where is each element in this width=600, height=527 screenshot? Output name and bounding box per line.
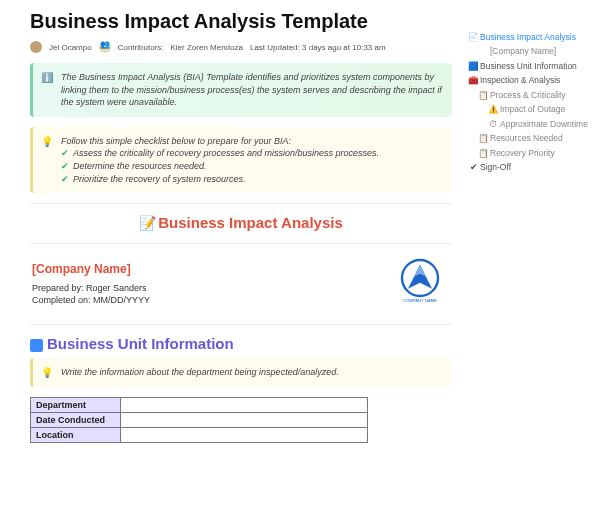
outline-icon: 🧰: [468, 73, 479, 87]
outline-icon: 🟦: [468, 59, 479, 73]
bui-callout: 💡 Write the information about the depart…: [30, 358, 452, 387]
meta-row: Jel Ocampo Contributors: Kier Zoren Mend…: [30, 41, 452, 53]
outline-icon: ⏱: [488, 117, 499, 131]
lightbulb-icon: 💡: [41, 135, 53, 149]
section-bia-text: Business Impact Analysis: [158, 214, 343, 231]
row-value[interactable]: [121, 412, 368, 427]
document-body: Business Impact Analysis Template Jel Oc…: [0, 0, 460, 443]
outline-item[interactable]: ⚠️Impact of Outage: [468, 102, 596, 116]
company-block: [Company Name] Prepared by: Roger Sander…: [32, 254, 450, 314]
department-table: Department Date Conducted Location: [30, 397, 368, 443]
outline-label: Resources Needed: [490, 133, 563, 143]
row-value[interactable]: [121, 427, 368, 442]
completed-on: Completed on: MM/DD/YYYY: [32, 294, 150, 307]
checklist-text: Prioritize the recovery of system resour…: [73, 174, 246, 184]
table-row: Location: [31, 427, 368, 442]
bui-callout-text: Write the information about the departme…: [61, 367, 339, 377]
outline-item[interactable]: 🟦Business Unit Information: [468, 59, 596, 73]
row-header: Department: [31, 397, 121, 412]
outline-item[interactable]: ✔Sign-Off: [468, 160, 596, 174]
checklist-callout: 💡 Follow this simple checklist below to …: [30, 127, 452, 193]
outline-icon: 📋: [478, 131, 489, 145]
row-header: Location: [31, 427, 121, 442]
section-bui-text: Business Unit Information: [47, 335, 234, 352]
company-logo: COMPANY NAME: [390, 254, 450, 314]
contributors-label: Contributors:: [118, 43, 164, 52]
check-icon: ✔: [61, 160, 73, 173]
checklist-text: Determine the resources needed.: [73, 161, 207, 171]
svg-text:COMPANY NAME: COMPANY NAME: [403, 298, 437, 303]
outline-label: Approximate Downtime: [500, 119, 588, 129]
contributor-name: Kier Zoren Mendoza: [170, 43, 242, 52]
outline-item[interactable]: ⏱Approximate Downtime: [468, 117, 596, 131]
outline-item[interactable]: 📋Resources Needed: [468, 131, 596, 145]
table-row: Department: [31, 397, 368, 412]
intro-text: The Business Impact Analysis (BIA) Templ…: [61, 72, 442, 107]
check-icon: ✔: [61, 173, 73, 186]
outline-label: Impact of Outage: [500, 104, 565, 114]
divider: [30, 243, 452, 244]
outline-icon: 📄: [468, 30, 479, 44]
outline-label: Sign-Off: [480, 162, 511, 172]
checklist-item: ✔Determine the resources needed.: [61, 160, 442, 173]
check-icon: ✔: [61, 147, 73, 160]
outline-item[interactable]: 🧰Inspection & Analysis: [468, 73, 596, 87]
prepared-by: Prepared by: Roger Sanders: [32, 282, 150, 295]
checklist-lead: Follow this simple checklist below to pr…: [61, 135, 442, 148]
row-header: Date Conducted: [31, 412, 121, 427]
checklist-text: Assess the criticality of recovery proce…: [73, 148, 379, 158]
outline-item[interactable]: [Company Name]: [468, 44, 596, 58]
last-updated: Last Updated: 3 days ago at 10:33 am: [250, 43, 386, 52]
outline-item[interactable]: 📋Process & Criticality: [468, 88, 596, 102]
divider: [30, 203, 452, 204]
outline-icon: 📋: [478, 146, 489, 160]
outline-label: Recovery Priority: [490, 148, 555, 158]
author-name: Jel Ocampo: [49, 43, 92, 52]
outline-label: Inspection & Analysis: [480, 75, 560, 85]
document-icon: 📝: [139, 215, 156, 231]
row-value[interactable]: [121, 397, 368, 412]
checklist-item: ✔Prioritize the recovery of system resou…: [61, 173, 442, 186]
outline-label: Process & Criticality: [490, 90, 566, 100]
outline-icon: ✔: [468, 160, 479, 174]
section-bia-title: 📝Business Impact Analysis: [30, 214, 452, 231]
company-name: [Company Name]: [32, 262, 150, 276]
divider: [30, 324, 452, 325]
table-row: Date Conducted: [31, 412, 368, 427]
lightbulb-icon: 💡: [41, 366, 53, 380]
outline-icon: ⚠️: [488, 102, 499, 116]
checklist-item: ✔Assess the criticality of recovery proc…: [61, 147, 442, 160]
info-icon: ℹ️: [41, 71, 53, 85]
outline-icon: 📋: [478, 88, 489, 102]
outline-item[interactable]: 📋Recovery Priority: [468, 146, 596, 160]
outline-item[interactable]: 📄Business Impact Analysis: [468, 30, 596, 44]
outline-sidebar: 📄Business Impact Analysis[Company Name]🟦…: [468, 30, 596, 174]
contributors-icon: [99, 41, 111, 53]
section-bui-title: Business Unit Information: [30, 335, 452, 352]
company-info: [Company Name] Prepared by: Roger Sander…: [32, 262, 150, 307]
outline-label: [Company Name]: [490, 46, 556, 56]
outline-label: Business Impact Analysis: [480, 32, 576, 42]
intro-callout: ℹ️ The Business Impact Analysis (BIA) Te…: [30, 63, 452, 117]
page-title: Business Impact Analysis Template: [30, 10, 452, 33]
square-icon: [30, 339, 43, 352]
author-avatar: [30, 41, 42, 53]
outline-label: Business Unit Information: [480, 61, 577, 71]
